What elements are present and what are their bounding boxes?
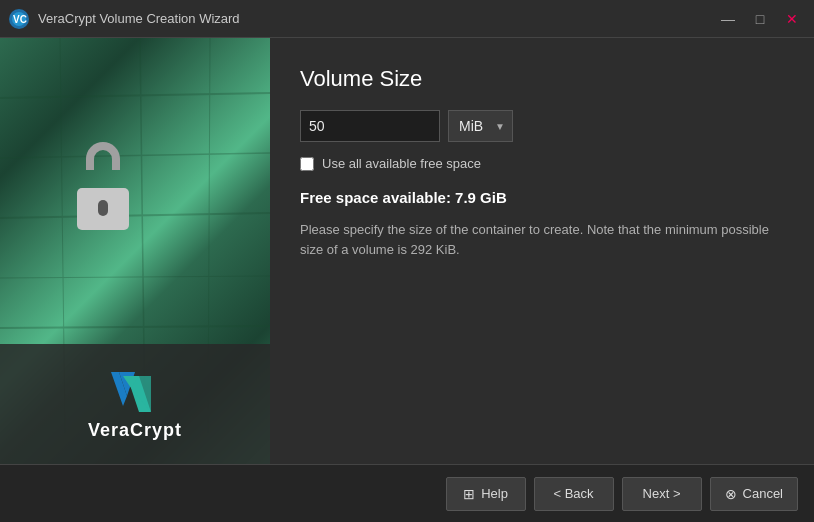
title-bar: VC VeraCrypt Volume Creation Wizard — □ … <box>0 0 814 38</box>
app-icon: VC <box>8 8 30 30</box>
title-bar-controls: — □ ✕ <box>714 8 806 30</box>
size-input-row: KiB MiB GiB TiB ▼ <box>300 110 784 142</box>
back-label: < Back <box>553 486 593 501</box>
next-button[interactable]: Next > <box>622 477 702 511</box>
title-bar-title: VeraCrypt Volume Creation Wizard <box>38 11 240 26</box>
svg-line-6 <box>0 276 270 278</box>
description-text: Please specify the size of the container… <box>300 220 784 448</box>
unit-select[interactable]: KiB MiB GiB TiB <box>448 110 513 142</box>
cancel-label: Cancel <box>743 486 783 501</box>
cancel-icon: ⊗ <box>725 486 737 502</box>
cancel-button[interactable]: ⊗ Cancel <box>710 477 798 511</box>
help-label: Help <box>481 486 508 501</box>
veracrypt-logo-graphic <box>103 368 167 416</box>
veracrypt-logo-overlay: VeraCrypt <box>0 344 270 464</box>
section-title: Volume Size <box>300 66 784 92</box>
padlock <box>77 170 129 230</box>
crypt-text: Crypt <box>130 420 182 440</box>
free-space-checkbox[interactable] <box>300 157 314 171</box>
main-content: VeraCrypt Volume Size KiB MiB GiB TiB ▼ … <box>0 38 814 464</box>
svg-text:VC: VC <box>13 14 27 25</box>
svg-line-7 <box>0 326 270 328</box>
maximize-button[interactable]: □ <box>746 8 774 30</box>
free-space-label[interactable]: Use all available free space <box>322 156 481 171</box>
help-button[interactable]: ⊞ Help <box>446 477 526 511</box>
svg-line-3 <box>0 93 270 98</box>
free-space-info: Free space available: 7.9 GiB <box>300 189 784 206</box>
image-panel: VeraCrypt <box>0 38 270 464</box>
close-button[interactable]: ✕ <box>778 8 806 30</box>
veracrypt-logo-text: VeraCrypt <box>88 420 182 441</box>
right-panel: Volume Size KiB MiB GiB TiB ▼ Use all av… <box>270 38 814 464</box>
unit-select-wrapper: KiB MiB GiB TiB ▼ <box>448 110 513 142</box>
svg-line-4 <box>0 153 270 158</box>
button-bar: ⊞ Help < Back Next > ⊗ Cancel <box>0 464 814 522</box>
title-bar-left: VC VeraCrypt Volume Creation Wizard <box>8 8 240 30</box>
back-button[interactable]: < Back <box>534 477 614 511</box>
minimize-button[interactable]: — <box>714 8 742 30</box>
padlock-shackle <box>86 142 120 170</box>
svg-line-5 <box>0 213 270 218</box>
padlock-keyhole <box>98 200 108 216</box>
vera-text: Vera <box>88 420 130 440</box>
size-input[interactable] <box>300 110 440 142</box>
help-icon: ⊞ <box>463 486 475 502</box>
next-label: Next > <box>643 486 681 501</box>
checkbox-row: Use all available free space <box>300 156 784 171</box>
padlock-body <box>77 188 129 230</box>
